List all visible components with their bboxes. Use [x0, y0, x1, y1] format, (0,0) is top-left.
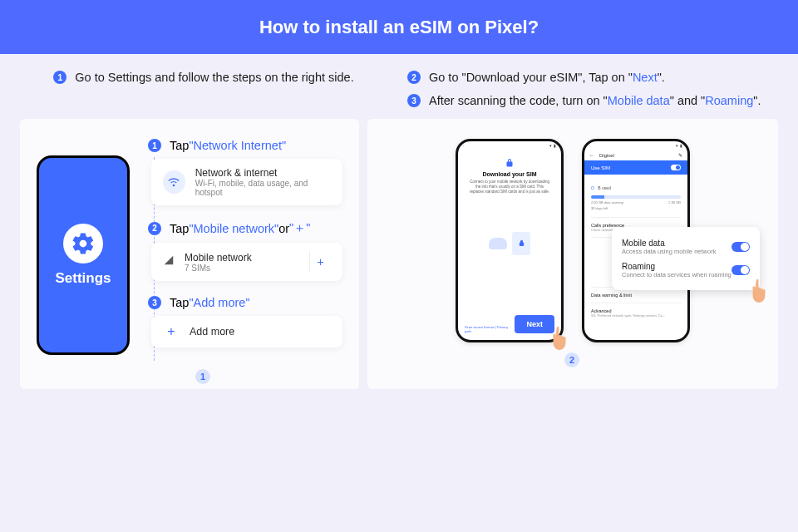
plus-icon[interactable]: + — [309, 251, 331, 273]
lock-icon — [505, 156, 515, 166]
wifi-icon — [163, 170, 185, 194]
popup-roaming[interactable]: Roaming Connect to data services when ro… — [622, 259, 750, 282]
intro-step-1: 1 Go to Settings and follow the steps on… — [53, 71, 353, 84]
usage-bar — [591, 195, 681, 199]
pencil-icon[interactable]: ✎ — [678, 152, 682, 158]
intro-section: 1 Go to Settings and follow the steps on… — [0, 54, 798, 119]
use-sim-row[interactable]: Use SIM — [584, 160, 687, 175]
footer-links[interactable]: Scan source license | Privacy path — [465, 325, 515, 333]
gear-icon — [63, 224, 103, 264]
opt-advanced[interactable]: Advanced 5G, Preferred network type, Set… — [591, 303, 681, 323]
panel-step-badge-2: 2 — [564, 352, 579, 367]
toggle-popup: Mobile data Access data using mobile net… — [612, 227, 760, 290]
card-mobile-network[interactable]: Mobile network 7 SIMs + — [151, 243, 342, 281]
back-arrow-icon[interactable]: ← — [589, 153, 594, 158]
phone-settings-mock: Settings — [37, 155, 130, 355]
sim-icon — [512, 232, 530, 255]
instruction-3: 3 Tap "Add more" + Add more — [148, 296, 342, 347]
step-badge-3: 3 — [407, 94, 421, 107]
card-title: Mobile network — [185, 252, 252, 264]
next-button[interactable]: Next — [515, 315, 554, 333]
panel-step-badge-1: 1 — [195, 369, 210, 384]
step-badge-1: 1 — [53, 71, 66, 84]
inst1-badge: 1 — [148, 139, 161, 152]
mobile-data-toggle[interactable] — [732, 242, 750, 252]
panel-phone-screens: ·▾▮ Download your SIM Connect to your mo… — [367, 119, 778, 389]
plus-icon: + — [163, 324, 180, 339]
cloud-icon — [489, 238, 507, 249]
download-title: Download your SIM — [465, 171, 554, 177]
status-bar: ·▾▮ — [584, 141, 687, 150]
card-subtitle: 7 SIMs — [185, 264, 252, 273]
page-header: How to install an eSIM on Pixel? — [0, 0, 798, 54]
popup-mobile-data[interactable]: Mobile data Access data using mobile net… — [622, 235, 750, 259]
instruction-2: 2 Tap "Mobile network" or "＋" Mobile net… — [148, 220, 342, 281]
intro-step-2: 2 Go to "Download your eSIM", Tap on "Ne… — [407, 71, 773, 84]
status-bar: ·▾▮ — [458, 141, 561, 150]
inst3-badge: 3 — [148, 296, 161, 309]
panels: Settings 1 Tap "Network Internet" Networ… — [0, 119, 798, 389]
card-title: Network & internet — [195, 167, 331, 179]
intro-step-3: 3 After scanning the code, turn on "Mobi… — [407, 94, 773, 107]
page-title: How to install an eSIM on Pixel? — [259, 17, 539, 38]
settings-label: Settings — [55, 270, 111, 287]
download-desc: Connect to your mobile network by downlo… — [465, 180, 554, 195]
intro-step-2-text: Go to "Download your eSIM", Tap on "Next… — [429, 71, 665, 84]
instruction-list: 1 Tap "Network Internet" Network & inter… — [148, 139, 342, 372]
use-sim-toggle[interactable] — [671, 165, 681, 170]
signal-icon — [163, 254, 175, 269]
card-title: Add more — [190, 326, 234, 337]
carrier-bar: ← Digicel ✎ — [584, 150, 687, 160]
panel-settings-steps: Settings 1 Tap "Network Internet" Networ… — [20, 119, 359, 389]
step-badge-2: 2 — [407, 71, 421, 84]
intro-step-1-text: Go to Settings and follow the steps on t… — [75, 71, 353, 84]
card-add-more[interactable]: + Add more — [151, 316, 342, 347]
data-usage: O B used 2.00 GB data warning 2.00 GB 30… — [584, 175, 687, 217]
intro-step-3-text: After scanning the code, turn on "Mobile… — [429, 94, 761, 107]
inst2-badge: 2 — [148, 222, 161, 235]
card-subtitle: Wi-Fi, mobile, data usage, and hotspot — [195, 179, 331, 197]
card-network-internet[interactable]: Network & internet Wi-Fi, mobile, data u… — [151, 159, 342, 205]
carrier-name: Digicel — [599, 153, 614, 158]
roaming-toggle[interactable] — [732, 265, 750, 275]
instruction-1: 1 Tap "Network Internet" Network & inter… — [148, 139, 342, 205]
phone-download-sim: ·▾▮ Download your SIM Connect to your mo… — [456, 139, 564, 342]
download-illustration — [465, 214, 554, 273]
